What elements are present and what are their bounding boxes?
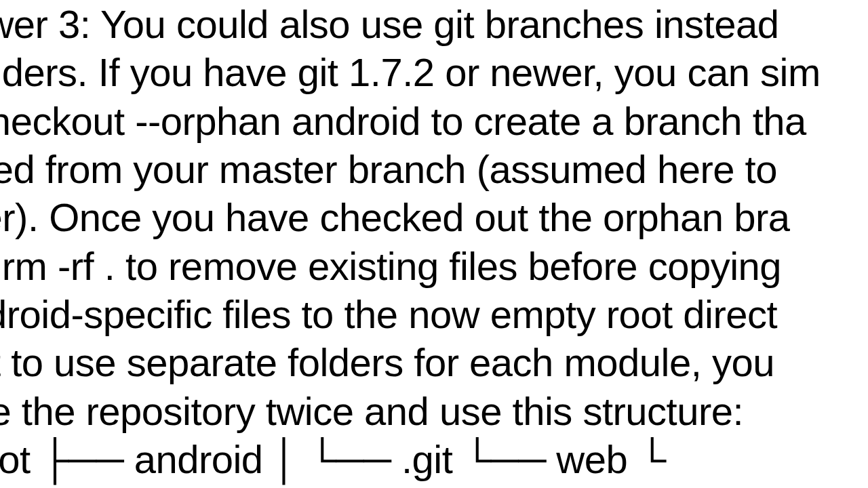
text-line: r android-specific files to the now empt… [0, 290, 868, 338]
document-text: Answer 3: You could also use git branche… [0, 0, 868, 483]
text-line: n git rm -rf . to remove existing files … [0, 242, 868, 290]
text-line: Answer 3: You could also use git branche… [0, 0, 868, 48]
text-line: ctRoot ├── android │ └── .git └── web └ [0, 435, 868, 483]
text-line: nected from your master branch (assumed … [0, 145, 868, 193]
text-line: git checkout --orphan android to create … [0, 97, 868, 145]
text-line: of folders. If you have git 1.7.2 or new… [0, 48, 868, 96]
text-line: want to use separate folders for each mo… [0, 338, 868, 386]
text-line: folder). Once you have checked out the o… [0, 193, 868, 241]
text-line: clone the repository twice and use this … [0, 387, 868, 435]
